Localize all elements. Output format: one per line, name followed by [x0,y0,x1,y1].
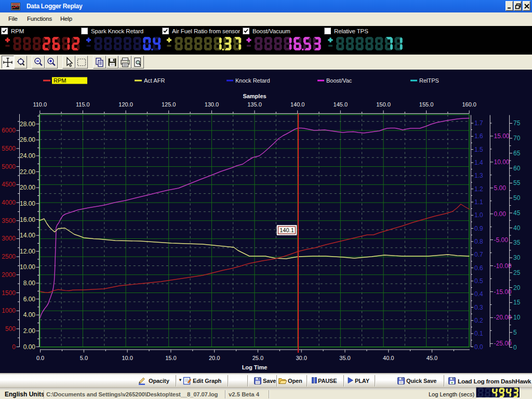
svg-text:500: 500 [5,325,16,332]
svg-text:10.00: 10.00 [494,158,510,166]
svg-text:28.00: 28.00 [20,121,35,128]
svg-text:0.1: 0.1 [474,330,483,337]
svg-text:20: 20 [513,284,521,291]
svg-text:Samples: Samples [243,93,266,99]
svg-text:3000: 3000 [2,235,16,242]
svg-text:160.0: 160.0 [462,101,476,108]
svg-text:2000: 2000 [2,271,16,278]
svg-text:1.0: 1.0 [474,211,483,219]
svg-text:24.00: 24.00 [20,152,35,159]
svg-text:1.3: 1.3 [474,172,483,179]
svg-text:0.9: 0.9 [474,225,483,232]
svg-text:22.00: 22.00 [20,168,35,176]
svg-text:145.0: 145.0 [334,101,348,108]
svg-text:0: 0 [513,344,517,351]
svg-text:5.00: 5.00 [494,184,507,192]
svg-text:1.1: 1.1 [474,198,483,206]
svg-text:130.0: 130.0 [205,101,219,108]
svg-text:3500: 3500 [2,217,16,224]
svg-text:-15.00: -15.00 [494,288,512,296]
svg-text:35.0: 35.0 [339,355,350,361]
svg-text:25: 25 [513,269,521,276]
svg-text:35: 35 [513,239,521,246]
svg-text:Boost/Vac: Boost/Vac [326,77,352,84]
svg-text:5.0: 5.0 [80,355,88,361]
svg-text:0.0: 0.0 [36,355,44,361]
svg-text:20.00: 20.00 [20,184,35,191]
svg-text:0.8: 0.8 [474,238,483,245]
svg-text:135.0: 135.0 [247,101,262,108]
svg-text:5500: 5500 [2,145,16,152]
svg-text:10.0: 10.0 [122,355,132,361]
svg-text:150.0: 150.0 [376,101,391,108]
svg-text:4.00: 4.00 [23,311,36,318]
svg-text:1.6: 1.6 [474,132,483,140]
svg-text:30.0: 30.0 [296,355,307,361]
svg-text:110.0: 110.0 [33,101,47,108]
svg-text:Knock Retard: Knock Retard [235,77,270,84]
svg-text:1.7: 1.7 [474,119,483,127]
svg-text:RelTPS: RelTPS [419,77,439,84]
svg-text:1500: 1500 [2,289,16,297]
svg-text:1000: 1000 [2,307,16,314]
svg-text:14.00: 14.00 [20,232,35,239]
svg-text:-20.00: -20.00 [494,314,512,321]
svg-text:5: 5 [513,329,517,336]
svg-text:50: 50 [513,194,521,202]
svg-text:4500: 4500 [2,181,16,188]
svg-text:10.00: 10.00 [20,263,35,271]
svg-text:0.00: 0.00 [23,343,36,351]
svg-text:155.0: 155.0 [419,101,434,108]
svg-text:10: 10 [513,314,521,321]
svg-text:40.0: 40.0 [383,355,394,361]
svg-text:70: 70 [513,135,521,142]
svg-text:Log Time: Log Time [242,364,268,370]
svg-text:5000: 5000 [2,163,16,170]
svg-text:140.1: 140.1 [280,227,294,233]
svg-text:16.00: 16.00 [20,216,35,223]
svg-text:15.0: 15.0 [165,355,176,361]
svg-text:8.00: 8.00 [23,280,36,287]
svg-text:15: 15 [513,299,521,306]
svg-text:2.00: 2.00 [23,327,36,335]
svg-text:18.00: 18.00 [20,200,35,207]
svg-text:120.0: 120.0 [118,101,133,108]
svg-text:75: 75 [513,119,521,127]
svg-text:-10.00: -10.00 [494,262,512,270]
svg-text:65: 65 [513,150,521,157]
svg-text:0: 0 [12,343,16,351]
svg-text:55: 55 [513,179,521,187]
svg-text:0.6: 0.6 [474,264,483,272]
svg-text:140.0: 140.0 [290,101,305,108]
svg-text:15.00: 15.00 [494,132,510,140]
svg-text:6.00: 6.00 [23,296,36,303]
svg-text:40: 40 [513,224,521,232]
svg-text:0.0: 0.0 [474,343,483,351]
svg-text:12.00: 12.00 [20,248,35,255]
svg-text:RPM: RPM [54,77,66,84]
svg-text:45: 45 [513,209,521,217]
svg-text:1.2: 1.2 [474,185,483,193]
svg-text:0.2: 0.2 [474,317,483,324]
svg-text:-25.00: -25.00 [494,340,512,347]
svg-text:4000: 4000 [2,199,16,206]
svg-text:26.00: 26.00 [20,136,35,143]
svg-text:0.3: 0.3 [474,304,483,311]
svg-text:0.5: 0.5 [474,277,483,285]
svg-text:45.0: 45.0 [427,355,437,361]
svg-text:0.00: 0.00 [494,210,507,218]
svg-text:30: 30 [513,254,521,261]
svg-text:Act AFR: Act AFR [144,77,165,84]
svg-text:115.0: 115.0 [76,101,90,108]
svg-text:0.7: 0.7 [474,251,483,258]
svg-text:125.0: 125.0 [162,101,176,108]
svg-text:0.4: 0.4 [474,290,483,298]
svg-text:20.0: 20.0 [209,355,220,361]
svg-text:-5.00: -5.00 [494,236,509,244]
svg-text:25.0: 25.0 [252,355,263,361]
svg-text:6000: 6000 [2,127,16,134]
svg-text:1.5: 1.5 [474,146,483,153]
svg-text:1.4: 1.4 [474,159,483,166]
svg-text:60: 60 [513,165,521,172]
svg-text:2500: 2500 [2,253,16,260]
